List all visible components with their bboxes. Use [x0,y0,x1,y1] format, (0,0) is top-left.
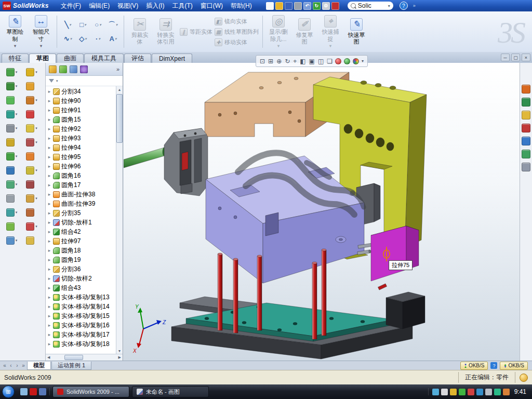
repair-sketch-button[interactable]: ✐ 修复草 图 [292,14,316,50]
tree-item[interactable]: ▸ 曲面-拉伸38 [46,190,116,199]
tray-icon[interactable] [476,389,483,395]
expand-arrow-icon[interactable]: ▸ [47,173,51,178]
tree-item[interactable]: ▸ 圆角15 [46,115,116,124]
help-icon[interactable]: ? [400,2,408,10]
new-document-icon[interactable] [266,2,274,10]
tree-item[interactable]: ▸ 拉伸96 [46,162,116,171]
sketch-entity-icon[interactable]: □▾ [76,18,90,31]
left-tool-icon[interactable]: ▾ [3,152,23,161]
expand-arrow-icon[interactable]: ▸ [47,304,51,309]
sketch-entity-icon[interactable]: ○▾ [91,18,105,31]
filter-dropdown-icon[interactable]: ▾ [56,79,58,83]
left-tool-icon[interactable] [23,180,43,189]
zoom-in-out-icon[interactable]: ⊕ [276,58,282,64]
stop-rebuild-icon[interactable] [331,2,339,10]
expand-arrow-icon[interactable]: ▸ [47,89,51,94]
left-tool-icon[interactable] [23,236,43,245]
expand-arrow-icon[interactable]: ▸ [47,313,51,318]
scroll-left-icon[interactable]: ◀ [47,355,50,360]
expand-arrow-icon[interactable]: ▸ [47,201,51,206]
menu-item[interactable]: 工具(T) [168,1,196,11]
expand-arrow-icon[interactable]: ▸ [47,154,51,159]
model-3d-view[interactable]: Y Z X [124,63,520,361]
view-orientation-icon[interactable]: ▣ [309,58,315,64]
expand-arrow-icon[interactable]: ▸ [47,295,51,300]
left-tool-icon[interactable]: ▾ [3,180,23,189]
expand-arrow-icon[interactable]: ▸ [47,108,51,113]
dimxpertmanager-tab-icon[interactable] [80,65,88,73]
tree-item[interactable]: ▸ 切除-放样1 [46,218,116,227]
model-slide-clamp[interactable] [124,128,208,196]
scenes-icon[interactable] [522,150,530,158]
trim-entities-button[interactable]: ✂ 剪裁实 体 [128,14,152,50]
left-tool-icon[interactable]: ▾ [23,166,43,175]
document-tab[interactable]: 模型 [27,362,51,370]
left-tool-icon[interactable]: ▾ [23,138,43,147]
menu-item[interactable]: 插入(I) [142,1,168,11]
toolbar-overflow-icon[interactable]: » [413,3,416,8]
left-tool-icon[interactable] [23,82,43,90]
commandmanager-tab[interactable]: 特征 [2,54,29,63]
expand-arrow-icon[interactable]: ▸ [47,192,51,197]
search-dropdown-icon[interactable]: ▾ [388,4,390,8]
featuremanager-tab-icon[interactable] [49,65,57,73]
panel-chevron-icon[interactable]: » [116,66,119,72]
tray-icon[interactable] [441,389,448,395]
appearances-icon[interactable] [522,137,530,145]
expand-arrow-icon[interactable]: ▸ [47,267,51,272]
display-delete-relations-button[interactable]: ◎ 显示/删 除几...▾ [267,14,290,50]
scroll-down-icon[interactable]: ▼ [118,348,122,354]
chevron-down-icon[interactable]: ▾ [362,59,364,63]
expand-arrow-icon[interactable]: ▸ [47,220,51,225]
print-icon[interactable] [294,2,302,10]
tray-icon[interactable] [468,389,474,395]
undo-icon[interactable]: ↶ [303,2,311,10]
left-tool-icon[interactable]: ▾ [3,124,23,132]
menu-item[interactable]: 文件(F) [57,1,85,11]
tree-item[interactable]: ▸ 分割34 [46,87,116,96]
tray-icon[interactable] [494,389,501,395]
commandmanager-tab[interactable]: 模具工具 [84,54,124,63]
tray-icon[interactable] [485,389,492,395]
left-tool-icon[interactable] [23,110,43,118]
tree-item[interactable]: ▸ 拉伸91 [46,105,116,115]
sketch-button[interactable]: ✎ 草图绘 制▾ [3,14,27,50]
scroll-right-icon[interactable]: ▶ [118,355,121,360]
left-tool-icon[interactable]: ▾ [3,236,23,245]
left-tool-icon[interactable] [3,138,23,147]
document-tab[interactable]: 运动算例 1 [51,362,91,370]
scroll-up-icon[interactable]: ▲ [118,86,122,92]
save-icon[interactable] [285,2,292,10]
model-corner-block[interactable] [386,292,425,329]
quick-snaps-button[interactable]: ⌖ 快速捕 捉▾ [318,14,342,50]
left-tool-icon[interactable]: ▾ [3,82,23,90]
tree-item[interactable]: ▸ 圆角17 [46,180,116,190]
left-tool-icon[interactable]: ▾ [3,208,23,217]
expand-arrow-icon[interactable]: ▸ [47,248,51,253]
convert-entities-button[interactable]: ⇉ 转换实 体引用 [154,14,178,50]
menu-item[interactable]: 窗口(W) [197,1,227,11]
tray-icon[interactable] [459,389,466,395]
custom-properties-icon[interactable] [522,163,530,171]
doc-nav-icon[interactable]: » [20,363,26,368]
design-library-icon[interactable] [522,98,530,107]
tree-item[interactable]: ▸ 拉伸94 [46,143,116,152]
menu-item[interactable]: 编辑(E) [85,1,113,11]
expand-arrow-icon[interactable]: ▸ [47,98,51,103]
meter-help-icon[interactable]: ? [490,362,497,369]
document-restore-button[interactable]: ▢ [511,54,520,61]
expand-arrow-icon[interactable]: ▸ [47,276,51,281]
edit-appearance-icon[interactable] [335,58,341,64]
left-tool-icon[interactable]: ▾ [3,110,23,118]
linear-sketch-pattern-button[interactable]: ▦ 线性草图阵列 [215,28,259,36]
taskbar-clock[interactable]: 9:41 [514,388,526,395]
tree-item[interactable]: ▸ 切除-放样2 [46,274,116,283]
sketch-entity-icon[interactable]: ╲▾ [61,18,75,31]
zoom-area-icon[interactable]: ⊞ [268,58,273,64]
tree-item[interactable]: ▸ 曲面-拉伸39 [46,199,116,208]
expand-arrow-icon[interactable]: ▸ [47,126,51,131]
tree-item[interactable]: ▸ 分割35 [46,208,116,218]
expand-arrow-icon[interactable]: ▸ [47,285,51,290]
tray-icon[interactable] [503,389,510,395]
view-palette-icon[interactable] [522,124,530,132]
